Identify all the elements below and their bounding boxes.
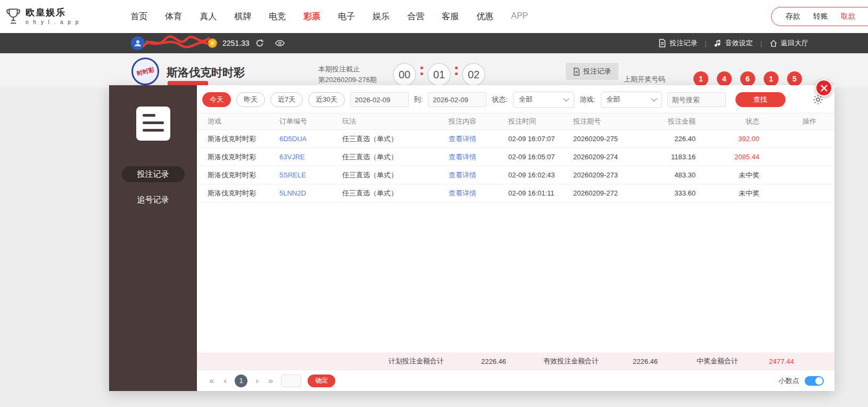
first-page-button[interactable]: «: [208, 376, 216, 386]
balance-amount: 2251.33: [222, 39, 250, 47]
lottery-header-strip: 时时彩 斯洛伐克时时彩 本期投注截止 第20260209-276期 00 01 …: [0, 53, 868, 87]
lottery-title: 斯洛伐克时时彩: [167, 65, 245, 80]
draw-number-ball: 1: [764, 71, 779, 86]
nav-item-board[interactable]: 棋牌: [234, 11, 251, 22]
countdown-minutes: 01: [427, 63, 451, 86]
cell-time: 02-09 16:07:07: [508, 135, 573, 143]
next-page-button[interactable]: ›: [254, 376, 260, 386]
col-header-status: 状态: [696, 117, 759, 126]
transfer-button[interactable]: 转账: [807, 12, 834, 21]
user-avatar[interactable]: [131, 36, 145, 50]
view-details-link[interactable]: 查看详情: [449, 134, 508, 144]
game-select-value: 全部: [607, 95, 621, 104]
deposit-button[interactable]: 存款: [779, 12, 807, 21]
nav-item-live[interactable]: 真人: [200, 11, 217, 22]
site-logo[interactable]: 欧皇娱乐 o h y l . a p p: [5, 7, 80, 26]
col-header-amount: 投注金额: [642, 117, 696, 126]
current-page-button[interactable]: 1: [235, 375, 247, 387]
col-header-content: 投注内容: [449, 117, 508, 126]
lottery-emblem-text: 时时彩: [136, 66, 155, 78]
user-bar-left: ¥ 2251.33: [131, 36, 285, 50]
status-select[interactable]: 全部: [513, 92, 574, 108]
period-search-input[interactable]: [667, 92, 726, 107]
sidebar-item-chase-records[interactable]: 追号记录: [137, 192, 169, 208]
eye-icon[interactable]: [275, 38, 285, 48]
prev-page-button[interactable]: ‹: [222, 376, 228, 386]
deadline-line1: 本期投注截止: [318, 64, 377, 75]
game-select[interactable]: 全部: [601, 92, 662, 108]
decimal-toggle[interactable]: [805, 376, 824, 386]
cell-play: 任三直选（单式）: [342, 170, 449, 180]
last-page-button[interactable]: »: [267, 376, 275, 386]
cell-time: 02-09 16:01:11: [508, 189, 573, 197]
order-code-link[interactable]: 5LNN2D: [279, 189, 342, 197]
deadline-block: 本期投注截止 第20260209-276期: [318, 64, 377, 85]
search-button[interactable]: 查找: [735, 92, 786, 107]
date-from-input[interactable]: [350, 92, 409, 107]
top-navigation-bar: 欧皇娱乐 o h y l . a p p 首页 体育 真人 棋牌 电竞 彩票 电…: [0, 0, 868, 33]
lottery-emblem: 时时彩: [131, 58, 159, 85]
draw-number-ball: 4: [717, 71, 732, 86]
draw-number-ball: 5: [787, 71, 802, 86]
view-details-link[interactable]: 查看详情: [449, 152, 508, 162]
filter-30days-button[interactable]: 近30天: [308, 92, 344, 107]
view-details-link[interactable]: 查看详情: [449, 189, 508, 198]
nav-item-esports[interactable]: 电竞: [269, 11, 286, 22]
sidebar-item-bet-records[interactable]: 投注记录: [122, 166, 185, 182]
win-total-label: 中奖金额合计: [697, 356, 738, 366]
filter-bar: 今天 昨天 近7天 近30天 到: 状态: 全部 游戏: 全部 查找: [197, 85, 834, 113]
close-modal-button[interactable]: [815, 79, 832, 96]
refresh-balance-icon[interactable]: [255, 38, 264, 48]
strip-bet-records-button[interactable]: 投注记录: [566, 63, 618, 80]
nav-item-home[interactable]: 首页: [130, 11, 147, 22]
date-to-input[interactable]: [428, 92, 486, 107]
to-label: 到:: [414, 95, 423, 104]
modal-main: 今天 昨天 近7天 近30天 到: 状态: 全部 游戏: 全部 查找: [197, 85, 834, 391]
filter-yesterday-button[interactable]: 昨天: [236, 92, 265, 107]
deadline-line2: 第20260209-276期: [318, 75, 377, 85]
view-details-link[interactable]: 查看详情: [449, 170, 508, 180]
redaction-scribble: [142, 33, 211, 51]
nav-item-support[interactable]: 客服: [442, 11, 459, 22]
cell-time: 02-09 16:02:43: [508, 171, 573, 179]
nav-item-app[interactable]: APP: [511, 11, 528, 22]
cell-game: 斯洛伐克时时彩: [208, 152, 279, 162]
back-to-lobby-link[interactable]: 返回大厅: [770, 38, 808, 48]
chevron-down-icon: [651, 95, 657, 101]
pagination-right: 小数点: [779, 376, 824, 386]
status-label: 状态:: [492, 95, 508, 104]
filter-7days-button[interactable]: 近7天: [270, 92, 303, 107]
nav-item-lottery[interactable]: 彩票: [303, 11, 320, 22]
document-icon: [573, 68, 580, 76]
back-to-lobby-label: 返回大厅: [781, 38, 808, 48]
cell-game: 斯洛伐克时时彩: [208, 170, 279, 180]
goto-page-confirm-button[interactable]: 确定: [308, 375, 335, 387]
nav-item-sports[interactable]: 体育: [165, 11, 182, 22]
goto-page-input[interactable]: [281, 375, 301, 387]
order-code-link[interactable]: 6D5DUA: [279, 135, 342, 143]
game-label: 游戏:: [580, 95, 596, 104]
records-doc-icon: [136, 107, 170, 141]
table-row: 斯洛伐克时时彩 5SRELE 任三直选（单式） 查看详情 02-09 16:02…: [197, 166, 834, 184]
cell-status: 392.00: [696, 135, 759, 143]
nav-item-promo[interactable]: 优惠: [476, 11, 493, 22]
order-code-link[interactable]: 5SRELE: [279, 171, 342, 179]
bet-records-modal: 投注记录 追号记录 今天 昨天 近7天 近30天 到: 状态: 全部 游戏:: [109, 85, 834, 391]
page: 欧皇娱乐 o h y l . a p p 首页 体育 真人 棋牌 电竞 彩票 电…: [0, 0, 868, 407]
col-header-play: 玩法: [342, 117, 449, 126]
logo-text: 欧皇娱乐 o h y l . a p p: [26, 8, 80, 25]
nav-item-partner[interactable]: 合营: [407, 11, 424, 22]
filter-today-button[interactable]: 今天: [202, 92, 231, 107]
withdraw-button[interactable]: 取款: [834, 12, 862, 21]
bet-records-link[interactable]: 投注记录: [658, 38, 697, 48]
sound-settings-link[interactable]: 音效设定: [714, 38, 753, 48]
countdown-hours: 00: [393, 63, 416, 86]
win-total-value: 2477.44: [769, 357, 794, 365]
draw-number-ball: 1: [693, 71, 708, 86]
nav-item-entertainment[interactable]: 娱乐: [373, 11, 390, 22]
modal-sidebar: 投注记录 追号记录: [109, 85, 197, 391]
order-code-link[interactable]: 63VJRE: [279, 153, 342, 161]
cell-period: 20260209-274: [573, 153, 642, 161]
nav-item-slots[interactable]: 电子: [338, 11, 355, 22]
pagination-bar: « ‹ 1 › » 确定 小数点: [197, 370, 834, 391]
